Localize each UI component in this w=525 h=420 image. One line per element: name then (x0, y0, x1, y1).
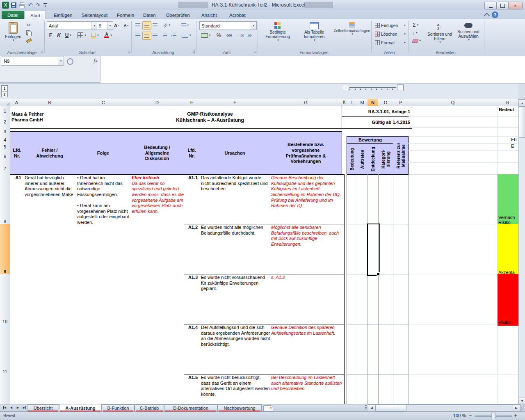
redo-icon[interactable]: ↷ (34, 2, 41, 8)
scroll-up-button[interactable]: ▲ (518, 99, 525, 107)
format-painter-button[interactable] (25, 37, 33, 44)
tab-einfuegen[interactable]: Einfügen (48, 11, 78, 19)
currency-button[interactable]: ▼ (199, 32, 212, 39)
column-header-Q[interactable]: Q (409, 99, 498, 106)
collapse-group-button[interactable]: − (397, 84, 404, 91)
decrease-decimal-button[interactable]: .00→ (246, 32, 256, 39)
cell-doc-title[interactable]: GMP-Risikoanalyse Kühlschrank – A-Ausrüs… (76, 106, 345, 129)
header-ursachen[interactable]: Ursachen (200, 131, 270, 175)
vertical-scrollbar-track[interactable] (518, 106, 525, 397)
increase-font-button[interactable]: A▲ (112, 21, 121, 29)
save-icon[interactable] (11, 2, 16, 8)
borders-button[interactable]: ▼ (76, 32, 88, 39)
column-header-L[interactable]: L (347, 99, 357, 106)
first-sheet-button[interactable]: ◀ (2, 405, 8, 411)
chevron-down-icon[interactable]: ▼ (251, 22, 256, 30)
tab-split-handle[interactable] (365, 405, 367, 410)
formula-input[interactable] (100, 56, 525, 83)
scroll-right-button[interactable]: ▶ (513, 404, 520, 412)
sort-filter-button[interactable]: AZ↓ Sortieren und Filtern▼ (427, 21, 453, 49)
next-sheet-button[interactable]: ▶ (15, 405, 21, 411)
chevron-down-icon[interactable]: ▼ (91, 22, 97, 30)
alignment-dialog-launcher-icon[interactable]: ↘ (190, 50, 195, 54)
cell-cause-massnahme[interactable]: Möglichst alle denkbaren Beladungsfälle … (270, 224, 345, 275)
conditional-formatting-button[interactable]: Bedingte Formatierung▼ (260, 21, 295, 49)
zoom-slider-thumb[interactable] (491, 413, 496, 419)
header-rot-bedeutung[interactable]: Bedeutung (347, 143, 358, 175)
cell-cause-ursache[interactable]: Es wurden nicht alle möglichen Beladungs… (200, 224, 273, 275)
horizontal-scrollbar-thumb[interactable] (375, 405, 406, 411)
row-header-2[interactable]: 2 (0, 116, 10, 128)
column-header-C[interactable]: C (76, 99, 131, 106)
cell-cause-ursache[interactable]: Das anfallende Kühlgut wurde nicht ausre… (200, 174, 273, 225)
cell-cause-massnahme[interactable]: Genaue Definition des späteren Aufstellu… (270, 324, 345, 375)
decrease-font-button[interactable]: A▼ (122, 21, 130, 29)
wrap-text-button[interactable]: ↵ (178, 21, 193, 29)
row-header-12[interactable] (0, 374, 10, 404)
cell-cause-massnahme[interactable]: s. A1.2 (270, 274, 345, 325)
header-rot-auftreten[interactable]: Auftreten (357, 143, 368, 175)
format-as-table-button[interactable]: Als Tabelle formatieren▼ (296, 21, 332, 49)
row-header-11[interactable]: 11 (0, 324, 10, 375)
help-icon[interactable]: ? (492, 11, 498, 18)
align-right-button[interactable] (151, 32, 159, 39)
legend-yellow-cell[interactable]: Akzepta (498, 224, 520, 276)
column-header-O[interactable]: O (378, 99, 393, 106)
select-all-corner[interactable] (0, 99, 10, 106)
tab-acrobat[interactable]: Acrobat (224, 11, 251, 19)
cell-cause-ursache[interactable]: Es wurde nicht vorausschauend für zukünf… (200, 274, 273, 325)
circle-icon[interactable] (67, 58, 73, 65)
sheet-tab-a-ausruestung-active[interactable]: A-Ausrüstung (59, 404, 102, 411)
tab-datei[interactable]: Datei (2, 11, 24, 19)
increase-indent-button[interactable]: ▸ (170, 32, 178, 39)
number-format-select[interactable]: Standard▼ (199, 21, 257, 30)
header-lfd-nr[interactable]: Lfd. Nr. (10, 131, 24, 175)
outline-level-2-button[interactable]: 2 (1, 91, 8, 97)
cell-cause-ursache[interactable]: Es wurde nicht berücksichtigt, dass das … (200, 374, 273, 405)
minimize-button[interactable] (484, 2, 497, 9)
format-cells-button[interactable]: Format▼ (374, 39, 407, 46)
cell-valid-from[interactable]: Gültig ab 1.4.2015 (342, 116, 412, 129)
align-left-button[interactable] (134, 32, 142, 39)
paste-button[interactable]: Einfügen▼ (3, 21, 23, 48)
header-rot-referenz[interactable]: Referenz zur Maßnahme (393, 136, 409, 175)
window-resize-grip[interactable] (520, 405, 524, 410)
legend-green-cell[interactable]: Vernach Risiko (498, 174, 520, 226)
cell-cause-massnahme[interactable]: Genaue Beschreibung der Kühlaufgabe und … (270, 174, 345, 225)
close-button[interactable]: × (508, 2, 523, 9)
delete-cells-button[interactable]: Löschen▼ (374, 30, 407, 38)
column-header-F[interactable]: F (200, 99, 270, 106)
row-header-5[interactable]: 5 (0, 143, 10, 151)
row-header-6[interactable]: 6 (0, 150, 10, 163)
previous-sheet-button[interactable]: ◀ (8, 405, 14, 411)
decrease-indent-button[interactable]: ◂ (161, 32, 169, 39)
italic-button[interactable]: K (55, 32, 63, 39)
column-header-P[interactable]: P (393, 99, 409, 106)
tab-ansicht[interactable]: Ansicht (196, 11, 222, 19)
legend-red-cell[interactable]: Risiko (498, 274, 520, 326)
header-fehler[interactable]: Fehler / Abweichung (23, 131, 76, 175)
undo-icon[interactable]: ↶ (27, 2, 34, 8)
header-bedeutung[interactable]: Bedeutung / Allgemeine Diskussion (130, 131, 184, 175)
fill-color-button[interactable]: ▼ (89, 32, 101, 39)
font-size-select[interactable]: 9▼ (97, 21, 113, 30)
row-header-1[interactable]: 1 (0, 106, 10, 117)
column-header-D[interactable]: D (130, 99, 184, 106)
sheet-tab-d-dokumentation[interactable]: D-Dokumentation (164, 404, 217, 411)
tab-formeln[interactable]: Formeln (112, 11, 139, 19)
maximize-button[interactable] (496, 2, 509, 9)
customize-quick-access-icon[interactable]: ▼ (43, 2, 48, 8)
orientation-button[interactable]: ab▼ (161, 21, 173, 29)
row-header-8[interactable]: 8 (0, 174, 10, 225)
insert-function-button[interactable]: fx (91, 57, 100, 64)
last-sheet-button[interactable]: ▶ (21, 405, 27, 411)
chevron-down-icon[interactable]: ▼ (58, 57, 64, 65)
cell-doc-ref[interactable]: RA-3.1-01, Anlage 1 (342, 106, 412, 118)
merge-center-button[interactable]: ↔▼ (180, 32, 194, 39)
copy-button[interactable] (25, 30, 33, 36)
name-box[interactable]: N9▼ (1, 57, 64, 66)
font-family-select[interactable]: Arial▼ (47, 21, 98, 30)
header-rot-entdeckung[interactable]: Entdeckung (368, 143, 379, 175)
bold-button[interactable]: F (47, 32, 55, 39)
align-center-button[interactable] (142, 32, 151, 40)
